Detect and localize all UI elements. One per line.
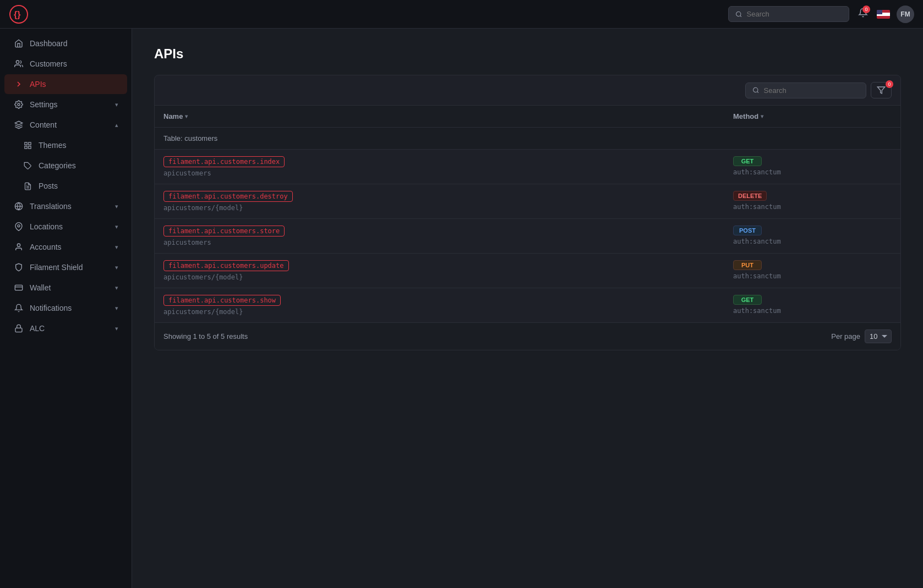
chevron-down-icon-6: ▾ [115, 284, 118, 292]
top-nav: {} 0 FM [0, 0, 923, 29]
notifications-button[interactable]: 0 [856, 6, 870, 23]
col-method-header[interactable]: Method ▾ [724, 106, 900, 128]
chevron-down-icon-5: ▾ [115, 264, 118, 271]
layout: Dashboard Customers APIs [0, 29, 923, 588]
sidebar-item-translations[interactable]: Translations ▾ [4, 196, 127, 216]
api-name-cell-4: filament.api.customers.update apicustome… [155, 254, 724, 288]
svg-rect-10 [24, 146, 26, 148]
top-search-input[interactable] [747, 10, 842, 18]
sidebar-item-content[interactable]: Content ▴ [4, 115, 127, 135]
sidebar-item-settings[interactable]: Settings ▾ [4, 95, 127, 114]
sidebar-item-locations[interactable]: Locations ▾ [4, 217, 127, 237]
sidebar-item-dashboard[interactable]: Dashboard [4, 34, 127, 53]
table-row: filament.api.customers.destroy apicustom… [155, 184, 900, 219]
sidebar-item-alc[interactable]: ALC ▾ [4, 318, 127, 338]
sidebar-label-posts: Posts [39, 182, 118, 190]
table-search-input[interactable] [764, 86, 859, 95]
gear-icon [13, 100, 24, 109]
globe-icon [13, 202, 24, 211]
sidebar-label-alc: ALC [30, 324, 110, 333]
api-name-cell: filament.api.customers.index apicustomer… [155, 150, 724, 184]
sidebar: Dashboard Customers APIs [0, 29, 132, 588]
arrow-right-icon [13, 80, 24, 89]
chevron-down-icon-2: ▾ [115, 203, 118, 210]
svg-point-2 [736, 12, 741, 16]
logo-icon: {} [9, 4, 29, 24]
method-sort[interactable]: Method ▾ [733, 112, 763, 120]
logo: {} [9, 4, 29, 24]
per-page-label: Per page [831, 332, 860, 340]
sidebar-item-wallet[interactable]: Wallet ▾ [4, 278, 127, 298]
sidebar-item-accounts[interactable]: Accounts ▾ [4, 237, 127, 257]
table-search-bar[interactable] [745, 83, 866, 98]
method-badge-get-2: GET [733, 295, 762, 305]
middleware-index: auth:sanctum [733, 168, 892, 176]
users-icon [13, 59, 24, 68]
lock-icon [13, 324, 24, 333]
notification-badge: 0 [862, 6, 870, 13]
svg-rect-18 [15, 285, 22, 290]
api-name-cell-2: filament.api.customers.destroy apicustom… [155, 184, 724, 219]
sidebar-label-locations: Locations [30, 222, 110, 231]
middleware-update: auth:sanctum [733, 272, 892, 280]
file-icon [22, 182, 33, 190]
table-group-row: Table: customers [155, 128, 900, 150]
map-pin-icon [13, 222, 24, 231]
page-title: APIs [154, 46, 901, 62]
name-sort[interactable]: Name ▾ [163, 112, 188, 120]
middleware-store: auth:sanctum [733, 238, 892, 245]
top-search-bar[interactable] [728, 6, 849, 22]
api-route-destroy: apicustomers/{model} [163, 204, 716, 212]
chevron-up-icon: ▴ [115, 122, 118, 129]
api-method-cell: GET auth:sanctum [724, 150, 900, 184]
sort-icon-2: ▾ [761, 113, 763, 119]
table-row: filament.api.customers.show apicustomers… [155, 288, 900, 323]
sidebar-item-categories[interactable]: Categories [4, 156, 127, 175]
palette-icon [22, 141, 33, 150]
user-circle-icon [13, 243, 24, 251]
api-method-cell-3: POST auth:sanctum [724, 219, 900, 254]
filter-button[interactable]: 0 [871, 82, 892, 98]
svg-point-5 [18, 103, 20, 106]
sidebar-label-themes: Themes [39, 141, 118, 150]
per-page-control: Per page 10 25 50 [831, 329, 892, 343]
apis-table-container: 0 Name ▾ Method [154, 75, 901, 350]
sidebar-item-themes[interactable]: Themes [4, 135, 127, 155]
sidebar-item-filament-shield[interactable]: Filament Shield ▾ [4, 257, 127, 277]
table-row: filament.api.customers.update apicustome… [155, 254, 900, 288]
apis-table: Name ▾ Method ▾ [155, 106, 900, 322]
sidebar-label-categories: Categories [39, 161, 118, 170]
language-flag[interactable] [877, 10, 890, 19]
per-page-select[interactable]: 10 25 50 [865, 329, 892, 343]
table-row: filament.api.customers.store apicustomer… [155, 219, 900, 254]
sidebar-label-settings: Settings [30, 100, 110, 109]
search-table-icon [752, 86, 760, 94]
table-toolbar: 0 [155, 75, 900, 106]
svg-point-4 [16, 61, 19, 63]
user-avatar[interactable]: FM [897, 6, 914, 23]
sidebar-item-posts[interactable]: Posts [4, 176, 127, 196]
middleware-destroy: auth:sanctum [733, 203, 892, 211]
filter-icon [877, 86, 886, 95]
middleware-show: auth:sanctum [733, 307, 892, 315]
api-method-cell-5: GET auth:sanctum [724, 288, 900, 323]
table-footer: Showing 1 to 5 of 5 results Per page 10 … [155, 322, 900, 350]
sidebar-label-content: Content [30, 120, 110, 129]
sidebar-item-customers[interactable]: Customers [4, 54, 127, 74]
sidebar-item-apis[interactable]: APIs [4, 74, 127, 94]
api-method-cell-4: PUT auth:sanctum [724, 254, 900, 288]
chevron-down-icon-7: ▾ [115, 305, 118, 312]
api-name-cell-5: filament.api.customers.show apicustomers… [155, 288, 724, 323]
api-badge-update: filament.api.customers.update [163, 260, 289, 271]
svg-line-21 [757, 91, 758, 92]
shield-icon [13, 263, 24, 272]
col-name-header[interactable]: Name ▾ [155, 106, 724, 128]
api-badge-show: filament.api.customers.show [163, 295, 281, 306]
bell-sidebar-icon [13, 304, 24, 312]
sidebar-item-notifications[interactable]: Notifications ▾ [4, 298, 127, 318]
sidebar-label-apis: APIs [30, 80, 118, 89]
method-badge-delete: DELETE [733, 191, 767, 201]
svg-text:{}: {} [14, 10, 20, 19]
api-route-index: apicustomers [163, 169, 716, 177]
method-badge-put: PUT [733, 260, 762, 270]
